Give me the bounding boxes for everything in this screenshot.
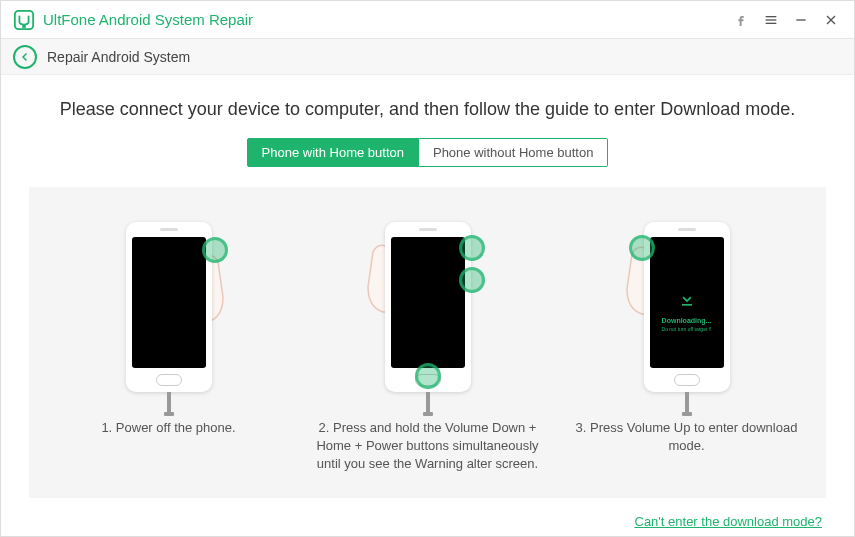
press-indicator-icon	[629, 235, 655, 261]
steps-panel: 1. Power off the phone. 2. Press and hol…	[29, 187, 826, 498]
download-title: Downloading...	[650, 317, 724, 324]
step-1: 1. Power off the phone.	[49, 207, 288, 474]
tab-group: Phone with Home button Phone without Hom…	[29, 138, 826, 167]
step-2-illustration	[308, 207, 547, 407]
download-arrow-icon	[650, 289, 724, 313]
step-2-text: 2. Press and hold the Volume Down + Home…	[308, 419, 547, 474]
step-3: Downloading... Do not turn off target !!…	[567, 207, 806, 474]
instruction-text: Please connect your device to computer, …	[29, 99, 826, 120]
svg-rect-4	[796, 19, 805, 20]
phone-icon	[126, 222, 212, 392]
tab-with-home[interactable]: Phone with Home button	[247, 138, 419, 167]
press-indicator-icon	[459, 267, 485, 293]
app-title: UltFone Android System Repair	[43, 11, 253, 28]
step-1-text: 1. Power off the phone.	[49, 419, 288, 437]
press-indicator-icon	[459, 235, 485, 261]
app-logo-icon	[13, 9, 35, 31]
tab-without-home[interactable]: Phone without Home button	[419, 138, 608, 167]
minimize-icon[interactable]	[786, 5, 816, 35]
main-content: Please connect your device to computer, …	[1, 75, 854, 537]
step-3-illustration: Downloading... Do not turn off target !!	[567, 207, 806, 407]
svg-rect-3	[766, 22, 777, 23]
menu-icon[interactable]	[756, 5, 786, 35]
facebook-icon[interactable]	[726, 5, 756, 35]
press-indicator-icon	[415, 363, 441, 389]
titlebar: UltFone Android System Repair	[1, 1, 854, 39]
close-icon[interactable]	[816, 5, 846, 35]
step-2: 2. Press and hold the Volume Down + Home…	[308, 207, 547, 474]
page-title: Repair Android System	[47, 49, 190, 65]
download-screen: Downloading... Do not turn off target !!	[650, 289, 724, 332]
svg-rect-5	[682, 304, 692, 306]
svg-rect-2	[766, 19, 777, 20]
back-button[interactable]	[13, 45, 37, 69]
sub-header: Repair Android System	[1, 39, 854, 75]
help-link[interactable]: Can't enter the download mode?	[635, 514, 823, 529]
download-subtitle: Do not turn off target !!	[650, 326, 724, 332]
step-3-text: 3. Press Volume Up to enter download mod…	[567, 419, 806, 455]
svg-rect-1	[766, 16, 777, 17]
phone-icon: Downloading... Do not turn off target !!	[644, 222, 730, 392]
step-1-illustration	[49, 207, 288, 407]
press-indicator-icon	[202, 237, 228, 263]
footer: Can't enter the download mode?	[29, 512, 826, 530]
